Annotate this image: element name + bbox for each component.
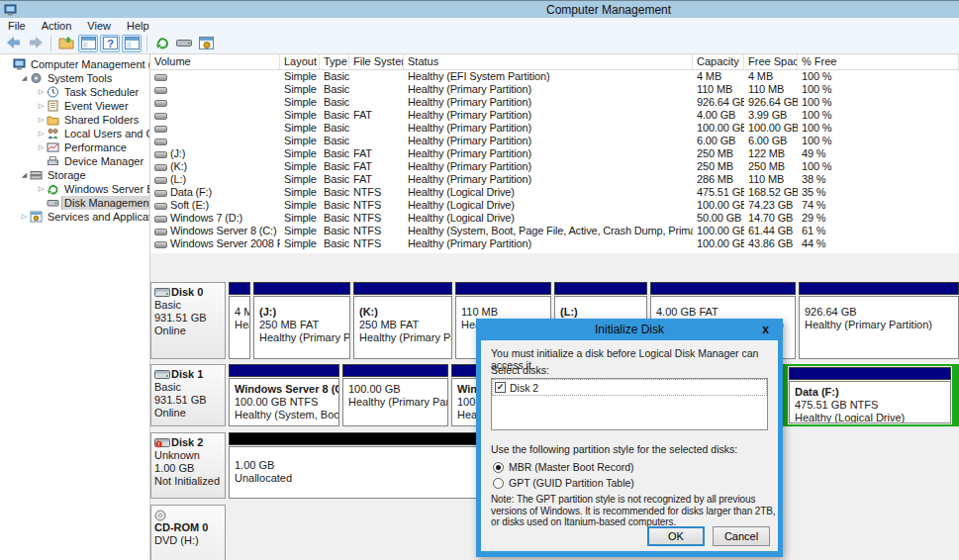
volume-row[interactable]: SimpleBasicHealthy (Primary Partition)11… bbox=[150, 83, 959, 96]
device-icon bbox=[47, 155, 60, 167]
volume-row[interactable]: Windows Server 2008 R2 (G:)SimpleBasicNT… bbox=[150, 237, 959, 250]
expander-collapsed-icon[interactable]: ▷ bbox=[19, 210, 30, 224]
volume-row[interactable]: SimpleBasicFATHealthy (Primary Partition… bbox=[150, 109, 959, 122]
partition-region[interactable]: 100.00 GBHealthy (Primary Partition) bbox=[342, 364, 448, 426]
tree-item-device-manager[interactable]: Device Manager bbox=[0, 154, 149, 168]
forward-button[interactable] bbox=[26, 35, 46, 52]
disk-properties-button[interactable] bbox=[174, 35, 194, 52]
column-header-volume[interactable]: Volume bbox=[150, 54, 280, 70]
extended-partition-frame: Data (F:)475.51 GB NTFSHealthy (Logical … bbox=[781, 364, 959, 426]
cell-capacity: 4.00 GB bbox=[693, 109, 744, 122]
expander-collapsed-icon[interactable]: ▷ bbox=[36, 99, 47, 113]
volume-row[interactable]: (L:)SimpleBasicFATHealthy (Primary Parti… bbox=[150, 173, 959, 186]
tree-item-local-users-and-groups[interactable]: ▷Local Users and Groups bbox=[0, 127, 149, 140]
column-header-free_space[interactable]: Free Space bbox=[744, 54, 798, 70]
expander-collapsed-icon[interactable]: ▷ bbox=[36, 140, 47, 154]
column-header-status[interactable]: Status bbox=[404, 54, 693, 70]
back-button[interactable] bbox=[4, 35, 24, 52]
partition-body: Data (F:)475.51 GB NTFSHealthy (Logical … bbox=[789, 381, 951, 423]
tree-item-task-scheduler[interactable]: ▷Task Scheduler bbox=[0, 85, 149, 99]
menu-action[interactable]: Action bbox=[34, 18, 80, 34]
cell-file_system: FAT bbox=[349, 160, 404, 173]
radio-option-gpt[interactable]: GPT (GUID Partition Table) bbox=[493, 475, 634, 491]
cell-pct_free: 100 % bbox=[798, 96, 959, 109]
volume-row[interactable]: SimpleBasicHealthy (Primary Partition)6.… bbox=[150, 135, 959, 147]
radio-option-mbr[interactable]: MBR (Master Boot Record) bbox=[493, 459, 634, 475]
column-header-type[interactable]: Type bbox=[320, 54, 349, 70]
partition-body: 100.00 GBHealthy (Primary Partition) bbox=[342, 378, 448, 426]
cancel-button[interactable]: Cancel bbox=[713, 526, 770, 546]
menu-view[interactable]: View bbox=[79, 18, 119, 34]
column-header-pct_free[interactable]: % Free bbox=[798, 54, 959, 70]
radio-icon[interactable] bbox=[493, 478, 504, 489]
disk-label-disk0[interactable]: Disk 0Basic931.51 GBOnline bbox=[150, 282, 226, 359]
volume-row[interactable]: Windows 7 (D:)SimpleBasicNTFSHealthy (Lo… bbox=[150, 212, 959, 225]
partition-region-k[interactable]: (K:)250 MB FATHealthy (Primary Partition… bbox=[353, 282, 452, 359]
cell-file_system: NTFS bbox=[349, 186, 404, 199]
volume-row[interactable]: (K:)SimpleBasicFATHealthy (Primary Parti… bbox=[150, 160, 959, 173]
volume-row[interactable]: Soft (E:)SimpleBasicNTFSHealthy (Logical… bbox=[150, 199, 959, 212]
partition-size: 4 MB bbox=[235, 306, 249, 319]
console-tree-toggle-button[interactable] bbox=[78, 35, 98, 52]
radio-selected-icon[interactable] bbox=[493, 462, 504, 473]
tree-item-system-tools[interactable]: ◢System Tools bbox=[0, 71, 149, 85]
expander-collapsed-icon[interactable]: ▷ bbox=[36, 182, 47, 196]
column-header-capacity[interactable]: Capacity bbox=[693, 54, 744, 70]
volume-row[interactable]: (J:)SimpleBasicFATHealthy (Primary Parti… bbox=[150, 147, 959, 160]
tree-item-shared-folders[interactable]: ▷Shared Folders bbox=[0, 113, 149, 127]
close-icon[interactable]: x bbox=[758, 319, 773, 340]
partition-region-j[interactable]: (J:)250 MB FATHealthy (Primary Partition… bbox=[253, 282, 350, 359]
expander-collapsed-icon[interactable]: ▷ bbox=[36, 127, 47, 140]
volume-row[interactable]: SimpleBasicHealthy (EFI System Partition… bbox=[150, 70, 959, 83]
partition-region[interactable]: 926.64 GBHealthy (Primary Partition) bbox=[799, 282, 959, 359]
expander-expanded-icon[interactable]: ◢ bbox=[19, 168, 30, 182]
ok-button[interactable]: OK bbox=[647, 526, 705, 546]
help-button[interactable]: ? bbox=[100, 35, 120, 52]
cell-layout: Simple bbox=[280, 109, 320, 122]
expander-collapsed-icon[interactable]: ▷ bbox=[36, 113, 47, 127]
volume-icon bbox=[154, 113, 167, 120]
disk-label-cdrom0[interactable]: CD-ROM 0DVD (H:)No Media bbox=[150, 505, 226, 560]
disk-label-disk2[interactable]: !Disk 2Unknown1.00 GBNot Initialized bbox=[150, 432, 226, 499]
cell-pct_free: 49 % bbox=[798, 147, 959, 160]
cell-status: Healthy (Primary Partition) bbox=[404, 122, 693, 135]
tree-item-disk-management[interactable]: Disk Management bbox=[0, 196, 149, 210]
volume-row[interactable]: Windows Server 8 (C:)SimpleBasicNTFSHeal… bbox=[150, 225, 959, 237]
disk-list-item[interactable]: ✓Disk 2 bbox=[493, 380, 766, 395]
menu-help[interactable]: Help bbox=[119, 18, 157, 34]
partition-region-windows-server-8-c[interactable]: Windows Server 8 (C:)100.00 GB NTFSHealt… bbox=[229, 364, 339, 426]
volume-list-header: VolumeLayoutTypeFile SystemStatusCapacit… bbox=[150, 54, 959, 70]
tree-item-computer-management-root[interactable]: Computer Management (Local bbox=[0, 57, 149, 71]
volume-row[interactable]: Data (F:)SimpleBasicNTFSHealthy (Logical… bbox=[150, 186, 959, 199]
volume-row[interactable]: SimpleBasicHealthy (Primary Partition)92… bbox=[150, 96, 959, 109]
refresh-button[interactable] bbox=[152, 35, 172, 52]
folder-button[interactable] bbox=[56, 35, 76, 52]
tree-item-storage[interactable]: ◢Storage bbox=[0, 168, 149, 182]
expander-expanded-icon[interactable]: ◢ bbox=[19, 71, 30, 85]
disk-listbox[interactable]: ✓Disk 2 bbox=[491, 378, 768, 430]
menu-file[interactable]: File bbox=[0, 18, 34, 34]
tools-icon bbox=[30, 72, 44, 84]
partition-region[interactable]: 4 MBHealthy (EFI System Partition) bbox=[229, 282, 250, 359]
tree-item-performance[interactable]: ▷Performance bbox=[0, 140, 149, 154]
column-header-layout[interactable]: Layout bbox=[280, 54, 320, 70]
tree-item-windows-server-backup[interactable]: ▷Windows Server Backup bbox=[0, 182, 149, 196]
cell-status: Healthy (Primary Partition) bbox=[404, 173, 693, 186]
cell-volume bbox=[150, 96, 280, 109]
tree-item-services-and-applications[interactable]: ▷Services and Applications bbox=[0, 210, 149, 224]
volume-row[interactable]: SimpleBasicHealthy (Primary Partition)10… bbox=[150, 122, 959, 135]
cell-free_space: 61.44 GB bbox=[744, 225, 798, 237]
tree-item-event-viewer[interactable]: ▷Event Viewer bbox=[0, 99, 149, 113]
disk-basic-icon bbox=[154, 369, 170, 380]
disk-label-disk1[interactable]: Disk 1Basic931.51 GBOnline bbox=[150, 364, 226, 426]
volume-name: (L:) bbox=[170, 173, 186, 185]
column-header-file_system[interactable]: File System bbox=[349, 54, 404, 70]
cell-file_system: NTFS bbox=[349, 199, 404, 212]
cell-status: Healthy (Primary Partition) bbox=[404, 96, 693, 109]
cell-type: Basic bbox=[320, 160, 349, 173]
checkbox-checked-icon[interactable]: ✓ bbox=[495, 382, 506, 393]
partition-region-data-f[interactable]: Data (F:)475.51 GB NTFSHealthy (Logical … bbox=[789, 367, 951, 423]
expander-collapsed-icon[interactable]: ▷ bbox=[36, 85, 47, 99]
action-pane-toggle-button[interactable] bbox=[122, 35, 142, 52]
manage-button[interactable] bbox=[196, 35, 216, 52]
